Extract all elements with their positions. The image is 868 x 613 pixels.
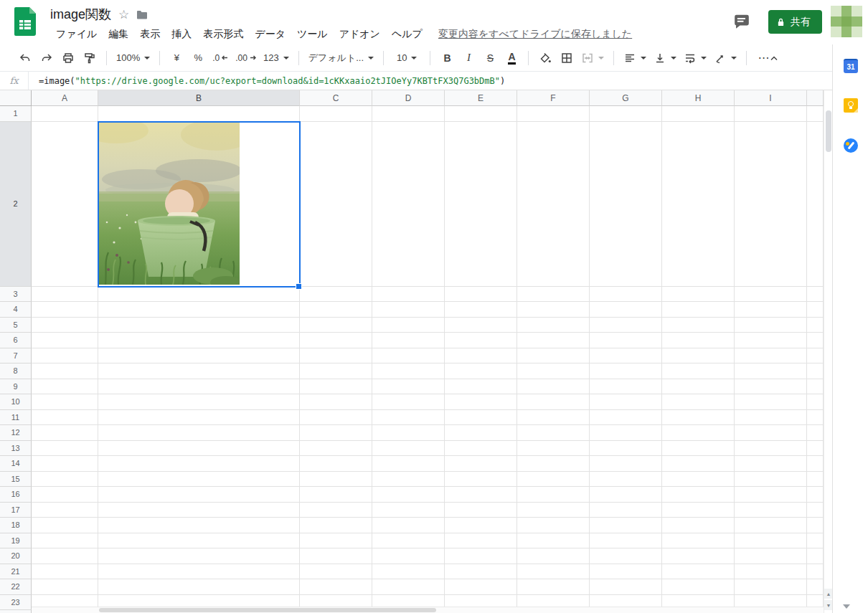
column-header-D[interactable]: D <box>372 90 445 106</box>
cell-H17[interactable] <box>662 503 735 518</box>
cell-partial-5[interactable] <box>807 318 824 333</box>
cell-D17[interactable] <box>372 503 445 518</box>
cell-B14[interactable] <box>98 456 300 472</box>
cell-B16[interactable] <box>98 487 300 503</box>
cell-C16[interactable] <box>300 487 372 503</box>
cell-E3[interactable] <box>445 287 517 303</box>
column-header-I[interactable]: I <box>735 90 807 106</box>
row-header-11[interactable]: 11 <box>0 410 32 426</box>
vertical-scrollbar[interactable]: ▲ ▼ <box>824 90 832 613</box>
format-percent-button[interactable]: % <box>189 49 207 67</box>
cell-partial-4[interactable] <box>807 302 824 318</box>
cell-F13[interactable] <box>517 441 590 457</box>
cell-D20[interactable] <box>372 548 445 564</box>
cell-D15[interactable] <box>372 472 445 488</box>
menu-item-3[interactable]: 表示 <box>134 27 166 42</box>
cell-I12[interactable] <box>735 425 807 441</box>
row-header-20[interactable]: 20 <box>0 548 32 564</box>
cell-D4[interactable] <box>372 302 445 318</box>
decrease-decimal-button[interactable]: .0 <box>210 49 230 67</box>
cell-C15[interactable] <box>300 472 372 488</box>
cell-A5[interactable] <box>32 318 98 333</box>
row-header-23[interactable]: 23 <box>0 595 32 611</box>
cell-D6[interactable] <box>372 333 445 348</box>
cell-E2[interactable] <box>445 122 517 287</box>
cell-B6[interactable] <box>98 333 300 348</box>
column-header-G[interactable]: G <box>590 90 662 106</box>
cell-D11[interactable] <box>372 410 445 426</box>
cell-G19[interactable] <box>590 533 662 549</box>
cell-D5[interactable] <box>372 318 445 333</box>
cell-C1[interactable] <box>300 106 372 122</box>
vertical-scrollbar-thumb[interactable] <box>826 110 831 152</box>
cell-D9[interactable] <box>372 379 445 395</box>
cell-partial-3[interactable] <box>807 287 824 303</box>
cell-D10[interactable] <box>372 394 445 410</box>
formula-input[interactable]: =image("https://drive.google.com/uc?expo… <box>29 76 505 86</box>
row-header-2[interactable]: 2 <box>0 122 32 287</box>
cell-E18[interactable] <box>445 518 517 533</box>
cell-D12[interactable] <box>372 425 445 441</box>
cell-G11[interactable] <box>590 410 662 426</box>
cell-H6[interactable] <box>662 333 735 348</box>
cell-G21[interactable] <box>590 564 662 580</box>
cell-H4[interactable] <box>662 302 735 318</box>
google-tasks-icon[interactable] <box>844 138 858 153</box>
cell-E20[interactable] <box>445 548 517 564</box>
cell-D1[interactable] <box>372 106 445 122</box>
column-header-partial[interactable] <box>807 90 824 106</box>
cell-E14[interactable] <box>445 456 517 472</box>
cell-B11[interactable] <box>98 410 300 426</box>
cell-D7[interactable] <box>372 348 445 364</box>
cell-E16[interactable] <box>445 487 517 503</box>
cell-C19[interactable] <box>300 533 372 549</box>
row-header-10[interactable]: 10 <box>0 394 32 410</box>
cell-G6[interactable] <box>590 333 662 348</box>
italic-button[interactable]: I <box>459 49 478 67</box>
row-header-9[interactable]: 9 <box>0 379 32 395</box>
cell-C9[interactable] <box>300 379 372 395</box>
cell-E15[interactable] <box>445 472 517 488</box>
cell-partial-6[interactable] <box>807 333 824 348</box>
cell-partial-22[interactable] <box>807 579 824 595</box>
cell-partial-8[interactable] <box>807 363 824 379</box>
fill-color-button[interactable] <box>536 49 555 67</box>
cell-F18[interactable] <box>517 518 590 533</box>
cell-H20[interactable] <box>662 548 735 564</box>
cell-I3[interactable] <box>735 287 807 303</box>
cell-I6[interactable] <box>735 333 807 348</box>
cell-H13[interactable] <box>662 441 735 457</box>
cell-F12[interactable] <box>517 425 590 441</box>
cell-E19[interactable] <box>445 533 517 549</box>
cell-B12[interactable] <box>98 425 300 441</box>
cell-partial-18[interactable] <box>807 518 824 533</box>
cell-E5[interactable] <box>445 318 517 333</box>
cell-G13[interactable] <box>590 441 662 457</box>
cell-E4[interactable] <box>445 302 517 318</box>
cell-partial-16[interactable] <box>807 487 824 503</box>
row-header-14[interactable]: 14 <box>0 456 32 472</box>
google-calendar-icon[interactable]: 31 <box>844 59 858 73</box>
cell-partial-20[interactable] <box>807 548 824 564</box>
cell-G3[interactable] <box>590 287 662 303</box>
menu-item-1[interactable]: ファイル <box>50 27 103 42</box>
row-header-13[interactable]: 13 <box>0 441 32 457</box>
select-all-corner[interactable] <box>0 90 32 106</box>
cell-E7[interactable] <box>445 348 517 364</box>
cell-B5[interactable] <box>98 318 300 333</box>
cell-C7[interactable] <box>300 348 372 364</box>
google-sheets-logo-icon[interactable] <box>14 7 36 36</box>
cell-G2[interactable] <box>590 122 662 287</box>
cell-F1[interactable] <box>517 106 590 122</box>
row-header-16[interactable]: 16 <box>0 487 32 503</box>
cell-A20[interactable] <box>32 548 98 564</box>
cell-D18[interactable] <box>372 518 445 533</box>
cell-B19[interactable] <box>98 533 300 549</box>
cell-H2[interactable] <box>662 122 735 287</box>
cell-B15[interactable] <box>98 472 300 488</box>
cell-A15[interactable] <box>32 472 98 488</box>
cell-D21[interactable] <box>372 564 445 580</box>
cell-G10[interactable] <box>590 394 662 410</box>
cell-C5[interactable] <box>300 318 372 333</box>
cell-G14[interactable] <box>590 456 662 472</box>
